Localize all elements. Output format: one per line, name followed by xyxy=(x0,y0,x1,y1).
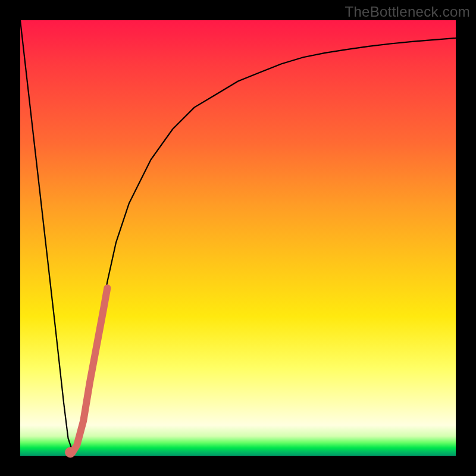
bottleneck-marker xyxy=(65,447,76,458)
chart-container: TheBottleneck.com xyxy=(0,0,476,476)
highlight-segment xyxy=(73,288,108,452)
chart-svg xyxy=(20,20,456,456)
watermark-text: TheBottleneck.com xyxy=(345,4,470,20)
